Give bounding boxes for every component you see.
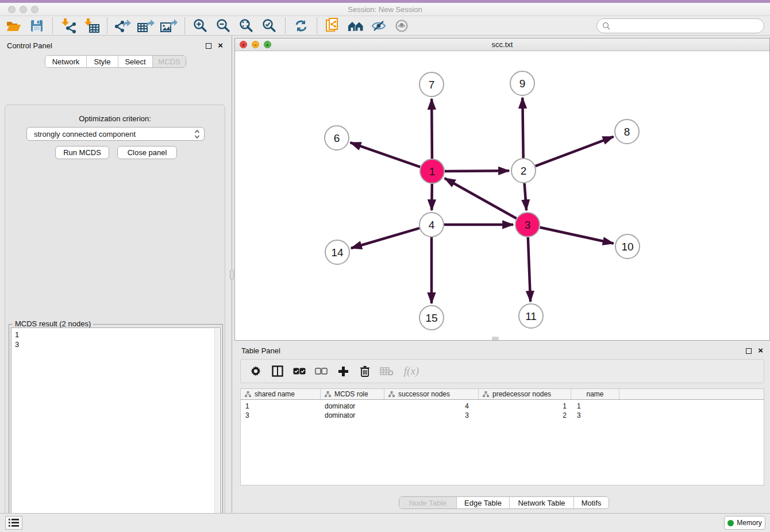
cell-successor-nodes[interactable]: 3 [384, 411, 479, 420]
sort-icon [388, 391, 395, 397]
export-image-button[interactable] [157, 17, 180, 35]
graph-edge-1-2[interactable] [445, 171, 509, 171]
tab-edge-table[interactable]: Edge Table [457, 497, 510, 508]
toolbar-separator [107, 18, 107, 34]
cell-mcds-role[interactable]: dominator [321, 411, 384, 420]
panel-splitter[interactable] [230, 36, 234, 513]
tab-network-table[interactable]: Network Table [510, 497, 574, 508]
table-row[interactable]: 3 dominator 3 2 3 [241, 411, 619, 420]
tab-motifs[interactable]: Motifs [574, 497, 609, 508]
graph-edge-3-11[interactable] [528, 237, 530, 302]
cell-predecessor-nodes[interactable]: 2 [479, 411, 571, 420]
cell-name[interactable]: 3 [571, 411, 619, 420]
table-panel-title: Table Panel [241, 346, 280, 355]
cell-name[interactable]: 1 [571, 402, 619, 411]
memory-status-icon [727, 520, 734, 526]
control-panel-tabs: Network Style Select MCDS [45, 55, 186, 68]
add-column-button[interactable] [336, 364, 350, 378]
column-header-shared-name[interactable]: shared name [241, 389, 321, 399]
save-session-button[interactable] [25, 17, 48, 35]
float-panel-icon[interactable] [206, 43, 211, 49]
hide-selected-button[interactable] [367, 17, 390, 35]
column-header-successor-nodes[interactable]: successor nodes [384, 389, 479, 399]
result-scrollbar[interactable] [214, 329, 220, 532]
cell-successor-nodes[interactable]: 4 [384, 402, 479, 411]
canvas-scroll-thumb[interactable] [492, 337, 499, 340]
graph-node-label: 8 [624, 126, 630, 138]
graph-edge-3-1[interactable] [445, 178, 517, 218]
close-table-panel-icon[interactable]: × [758, 346, 763, 355]
close-panel-button[interactable]: Close panel [117, 146, 177, 159]
task-history-button[interactable] [5, 516, 22, 530]
memory-button[interactable]: Memory [724, 516, 765, 530]
cell-shared-name[interactable]: 1 [241, 402, 321, 411]
network-canvas[interactable]: 1234678910111415 [235, 51, 769, 340]
search-input[interactable] [614, 20, 764, 32]
table-settings-button[interactable] [249, 364, 263, 378]
tab-style[interactable]: Style [87, 56, 118, 67]
graph-edge-1-4[interactable] [432, 184, 432, 210]
splitter-grip[interactable] [230, 270, 234, 279]
graph-edge-2-8[interactable] [536, 137, 614, 166]
mcds-result-groupbox: MCDS result (2 nodes) 13 [9, 324, 223, 532]
cell-mcds-role[interactable]: dominator [321, 402, 384, 411]
export-table-button[interactable] [134, 17, 157, 35]
search-field[interactable] [596, 18, 764, 33]
graph-edge-1-6[interactable] [351, 142, 421, 167]
table-row[interactable]: 1 dominator 4 1 1 [241, 402, 619, 411]
float-table-panel-icon[interactable] [746, 348, 752, 354]
graph-node-label: 4 [429, 219, 435, 231]
zoom-out-button[interactable] [212, 17, 235, 35]
zoom-selected-button[interactable] [258, 17, 281, 35]
deselect-all-button[interactable] [314, 364, 328, 378]
select-all-icon [293, 368, 306, 375]
status-bar: Memory [0, 513, 770, 532]
graph-edge-3-10[interactable] [540, 228, 614, 244]
graph-edge-2-3[interactable] [525, 183, 527, 210]
network-graph[interactable]: 1234678910111415 [235, 51, 769, 340]
column-header-mcds-role[interactable]: MCDS role [321, 389, 384, 399]
sort-icon [245, 391, 251, 397]
tab-mcds[interactable]: MCDS [153, 56, 186, 67]
close-panel-icon[interactable]: × [218, 41, 223, 50]
graph-node-label: 1 [429, 165, 436, 178]
open-session-button[interactable] [2, 17, 25, 35]
cell-shared-name[interactable]: 3 [241, 411, 321, 420]
run-mcds-button[interactable]: Run MCDS [55, 146, 109, 159]
export-network-button[interactable] [111, 17, 134, 35]
show-hidden-button[interactable] [390, 17, 413, 35]
graph-edge-1-7[interactable] [432, 99, 432, 159]
import-table-button[interactable] [80, 17, 103, 35]
zoom-selected-icon [262, 18, 277, 33]
select-all-button[interactable] [292, 364, 306, 378]
function-builder-button[interactable]: f(x) [402, 364, 421, 378]
main-toolbar [0, 16, 770, 36]
tab-network[interactable]: Network [45, 56, 87, 67]
import-network-button[interactable] [57, 17, 80, 35]
graph-edge-4-14[interactable] [351, 228, 419, 248]
list-icon [9, 519, 19, 527]
column-header-predecessor-nodes[interactable]: predecessor nodes [479, 389, 571, 399]
mcds-panel-body: Optimization criterion: strongly connect… [5, 105, 225, 532]
show-column-panel-button[interactable] [271, 364, 284, 378]
graph-node-label: 7 [429, 79, 435, 91]
zoom-fit-button[interactable] [235, 17, 258, 35]
mcds-result-area[interactable]: 13 [11, 327, 221, 532]
duplicate-network-icon [325, 18, 340, 34]
column-header-name[interactable]: name [571, 389, 619, 399]
delete-table-button[interactable] [380, 364, 394, 378]
criterion-select[interactable]: strongly connected component [26, 127, 205, 141]
control-panel: Control Panel × Network Style Select MCD… [0, 36, 230, 513]
tab-select[interactable]: Select [118, 56, 153, 67]
graph-node-label: 9 [519, 78, 526, 90]
tab-node-table[interactable]: Node Table [399, 497, 457, 508]
graph-edge-2-9[interactable] [522, 98, 523, 158]
home-button[interactable] [344, 17, 367, 35]
graph-node-label: 3 [525, 219, 531, 231]
refresh-layout-button[interactable] [290, 17, 313, 35]
cell-predecessor-nodes[interactable]: 1 [479, 402, 571, 411]
zoom-in-button[interactable] [189, 17, 212, 35]
duplicate-network-button[interactable] [321, 17, 344, 35]
table-toolbar: f(x) [240, 359, 764, 383]
delete-column-button[interactable] [358, 364, 372, 378]
